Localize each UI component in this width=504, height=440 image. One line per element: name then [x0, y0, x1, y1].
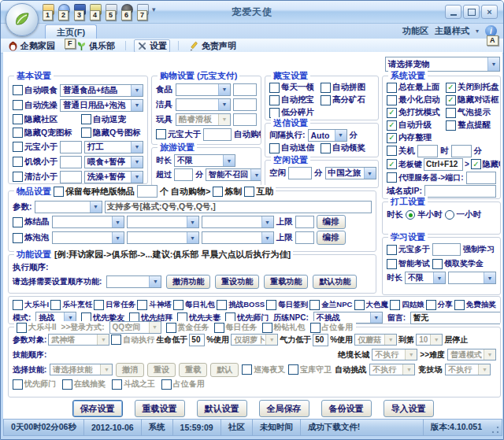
toy-qty-input[interactable]: [233, 113, 257, 126]
prefer-master2-checkbox[interactable]: 忧先师门: [13, 379, 56, 390]
cleanser-qty-input[interactable]: [233, 98, 257, 111]
toolbar-item-settings[interactable]: 设置: [134, 39, 170, 53]
refine-checkbox[interactable]: 炼制: [213, 186, 242, 197]
food-dropdown[interactable]: ▼: [176, 83, 231, 96]
bubble-limit-input[interactable]: [295, 231, 314, 244]
food-qty-input[interactable]: [233, 83, 257, 96]
idle-minutes-input[interactable]: [288, 167, 312, 179]
placeholder2-checkbox[interactable]: 占位备用: [161, 379, 205, 390]
always-on-top-checkbox[interactable]: 总在最上面: [387, 82, 443, 93]
crystal-dropdown-2[interactable]: ▼: [127, 216, 199, 228]
yuanbao-greater-input[interactable]: [203, 128, 232, 141]
feature-checkbox-daily-task[interactable]: 日常任务: [94, 300, 135, 310]
bubble-arrange-button[interactable]: 编排: [317, 231, 346, 245]
feature-checkbox-dasemo[interactable]: 大色魔: [354, 300, 389, 310]
backup-settings-button[interactable]: 备份设置: [321, 400, 372, 417]
auto-dig-checkbox[interactable]: 自动挖宝: [269, 94, 318, 105]
toolbar-item-penguin-home[interactable]: 企鹅家园: [6, 40, 57, 52]
yuanbao-less-checkbox[interactable]: 元宝小于: [13, 142, 57, 153]
function-order-dropdown[interactable]: ▼: [106, 275, 161, 288]
feature-checkbox-daily-gift[interactable]: 每日礼包: [173, 300, 215, 310]
study-course-dropdown[interactable]: ▼: [448, 272, 496, 284]
crystal-dropdown-3[interactable]: ▼: [202, 216, 274, 228]
cleanser-dropdown[interactable]: ▼: [176, 98, 231, 111]
bubble-dropdown-1[interactable]: ▼: [52, 231, 124, 244]
auto-tease-checkbox[interactable]: 自动逗宠: [81, 114, 126, 125]
baoku-checkbox[interactable]: 宝库守卫: [288, 364, 332, 375]
scholarship-checkbox[interactable]: 领取奖学金: [432, 258, 484, 269]
study-threshold-input[interactable]: [432, 243, 461, 256]
feature-checkbox-dld1[interactable]: 大乐斗I: [13, 300, 49, 310]
reload-settings-button[interactable]: 重载设置: [135, 400, 185, 417]
feature-checkbox-cooking[interactable]: 乐斗烹饪: [50, 300, 92, 310]
clean-action-dropdown[interactable]: 洗澡+暂停▼: [84, 171, 143, 183]
auto-feed-checkbox[interactable]: 自动喂食: [13, 85, 57, 96]
tab-home[interactable]: 主页(F) F: [45, 24, 97, 39]
message-input[interactable]: [410, 312, 500, 324]
maximize-button[interactable]: [463, 5, 480, 19]
help-icon[interactable]: iA: [485, 25, 497, 37]
chevron-down-icon[interactable]: ▾: [476, 28, 479, 35]
refine-bubble-checkbox[interactable]: 炼泡泡: [13, 232, 50, 243]
hp-threshold-input[interactable]: [189, 334, 205, 346]
bounty-task-checkbox[interactable]: 赏金任务: [166, 322, 209, 333]
letter-interval-dropdown[interactable]: Auto▼: [308, 129, 347, 142]
shutdown-hour-input[interactable]: [417, 145, 438, 157]
boss-key-checkbox[interactable]: 老板键: [387, 159, 422, 170]
high-ore-checkbox[interactable]: 高分矿石: [321, 94, 365, 105]
toolbar-item-disclaimer[interactable]: 免责声明: [187, 40, 239, 52]
proxy-checkbox[interactable]: 代理服务器->端口:: [387, 172, 464, 183]
feed-option-dropdown[interactable]: 普通食品+结晶▼: [60, 84, 143, 97]
close-button[interactable]: ×: [481, 5, 498, 19]
items-param-dropdown[interactable]: ▼: [35, 201, 102, 213]
auto-exec-checkbox[interactable]: 自动执行: [111, 335, 154, 346]
study-duration-dropdown[interactable]: 不限▼: [405, 272, 446, 284]
one-hour-radio[interactable]: 一小时: [445, 209, 482, 220]
bubble-dropdown-3[interactable]: ▼: [202, 231, 274, 244]
dnd-mode-checkbox[interactable]: 免打扰模式: [387, 107, 443, 118]
hide-qnum-icon-checkbox[interactable]: 隐藏Q号图标: [81, 128, 141, 139]
placeholder-checkbox[interactable]: 占位备用: [310, 322, 354, 333]
proxy-port-input[interactable]: [466, 172, 497, 184]
feature-checkbox-siguniang[interactable]: 四姑娘: [390, 300, 424, 310]
auto-send-letter-checkbox[interactable]: 自动送信: [269, 142, 318, 153]
feature-checkbox-tower[interactable]: 斗神塔: [137, 300, 172, 310]
crystal-limit-input[interactable]: [295, 216, 314, 228]
xunhai-checkbox[interactable]: 巡海夜叉: [242, 364, 285, 375]
travel-over-input[interactable]: [174, 168, 193, 181]
online-draw-checkbox[interactable]: 在线抽奖: [62, 379, 106, 390]
half-hour-radio[interactable]: 半小时: [406, 209, 443, 220]
minimize-button[interactable]: [445, 5, 461, 19]
hunger-threshold-input[interactable]: [60, 156, 82, 168]
yuanbao-action-dropdown[interactable]: 打工▼: [84, 141, 143, 153]
yuanbao-greater-checkbox[interactable]: 元宝大于: [156, 129, 201, 140]
global-save-button[interactable]: 全局保存: [259, 400, 309, 417]
hunger-action-dropdown[interactable]: 喂食+暂停▼: [84, 156, 143, 168]
yuanbao-threshold-input[interactable]: [60, 141, 82, 153]
yuanbao-more-checkbox[interactable]: 元宝多于: [387, 244, 430, 255]
refine-crystal-checkbox[interactable]: 炼结晶: [13, 216, 50, 227]
auto-claim-prize-checkbox[interactable]: 自动领奖: [321, 142, 365, 153]
bathe-option-dropdown[interactable]: 普通日用品+泡泡▼: [60, 99, 143, 112]
crystal-dropdown-1[interactable]: ▼: [52, 216, 124, 228]
save-settings-button[interactable]: 保存设置: [72, 400, 123, 417]
undo-function-button[interactable]: 撤消功能: [166, 275, 210, 289]
shutdown-minute-input[interactable]: [451, 145, 472, 157]
close-to-tray-checkbox[interactable]: 关闭到托盘: [446, 82, 499, 93]
memory-cleanup-checkbox[interactable]: 内存整理: [387, 132, 432, 143]
bubble-dropdown-2[interactable]: ▼: [127, 231, 199, 244]
default-settings-button[interactable]: 默认设置: [197, 400, 247, 417]
feature-checkbox-free-draw[interactable]: 免费抽奖: [454, 300, 496, 310]
travel-recall-dropdown[interactable]: 智能不召回▼: [206, 168, 261, 181]
domain-ip-input[interactable]: [424, 185, 496, 198]
hunger-less-checkbox[interactable]: 饥饿小于: [13, 157, 57, 168]
resize-grip[interactable]: [491, 425, 500, 434]
bubble-tip-checkbox[interactable]: 气泡提示: [446, 107, 491, 118]
start-minimized-checkbox[interactable]: 最小化启动: [387, 94, 443, 105]
hide-dialog-checkbox[interactable]: 隐藏对话框: [446, 94, 499, 105]
app-menu-orb-button[interactable]: [6, 3, 39, 36]
feature-checkbox-boss[interactable]: 挑战BOSS: [217, 300, 265, 310]
toolbar-item-club[interactable]: 俱乐部: [74, 40, 117, 52]
hide-community-checkbox[interactable]: 隐藏社区: [13, 114, 79, 125]
shutdown-checkbox[interactable]: 关机: [387, 146, 415, 157]
